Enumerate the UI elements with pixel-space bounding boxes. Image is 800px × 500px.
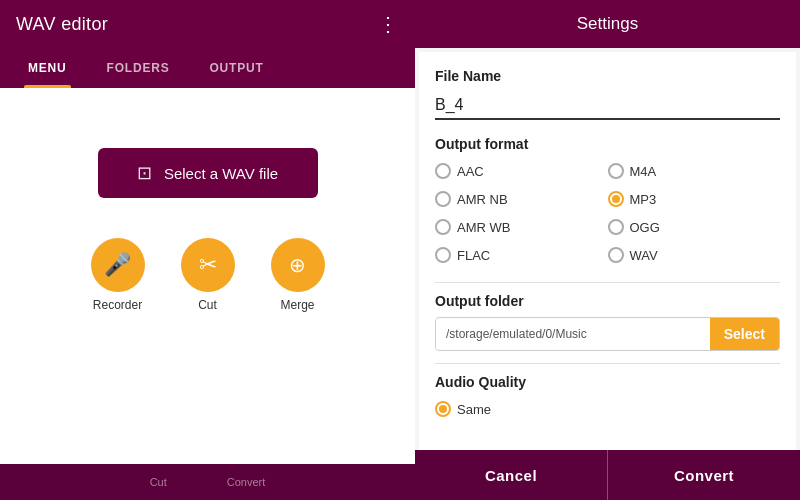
output-format-label: Output format [435, 136, 780, 152]
format-flac[interactable]: FLAC [435, 244, 608, 266]
recorder-label: Recorder [93, 298, 142, 312]
settings-footer: Cancel Convert [415, 450, 800, 500]
quality-same[interactable]: Same [435, 398, 780, 420]
merge-button[interactable]: ⊕ [271, 238, 325, 292]
cancel-button[interactable]: Cancel [415, 450, 608, 500]
format-amr-wb-label: AMR WB [457, 220, 510, 235]
format-aac-label: AAC [457, 164, 484, 179]
folder-path-input[interactable] [436, 319, 706, 349]
format-grid: AAC M4A AMR NB MP3 AMR WB [435, 160, 780, 266]
recorder-button[interactable]: 🎤 [91, 238, 145, 292]
folder-row: Select [435, 317, 780, 351]
tab-menu[interactable]: MENU [8, 48, 87, 88]
format-section: Output format AAC M4A AMR NB [435, 136, 780, 266]
tab-menu-label: MENU [28, 61, 67, 75]
hint-cut: Cut [150, 476, 167, 488]
select-wav-label: Select a WAV file [164, 165, 278, 182]
merge-icon: ⊕ [289, 253, 306, 277]
merge-label: Merge [280, 298, 314, 312]
format-amr-nb[interactable]: AMR NB [435, 188, 608, 210]
more-icon[interactable]: ⋮ [378, 12, 399, 36]
cut-icon: ✂ [199, 252, 217, 278]
radio-amr-nb[interactable] [435, 191, 451, 207]
cut-label: Cut [198, 298, 217, 312]
format-ogg-label: OGG [630, 220, 660, 235]
radio-m4a[interactable] [608, 163, 624, 179]
folder-section: Output folder Select [435, 293, 780, 351]
settings-body: File Name Output format AAC M4A AMR NB [419, 52, 796, 450]
tab-folders-label: FOLDERS [107, 61, 170, 75]
tab-output[interactable]: OUTPUT [189, 48, 283, 88]
radio-flac[interactable] [435, 247, 451, 263]
format-mp3[interactable]: MP3 [608, 188, 781, 210]
format-flac-label: FLAC [457, 248, 490, 263]
select-wav-button[interactable]: ⊡ Select a WAV file [98, 148, 318, 198]
recorder-item[interactable]: 🎤 Recorder [91, 238, 145, 312]
radio-wav[interactable] [608, 247, 624, 263]
quality-same-label: Same [457, 402, 491, 417]
format-amr-wb[interactable]: AMR WB [435, 216, 608, 238]
app-title: WAV editor [16, 14, 108, 35]
left-panel: WAV editor ⋮ MENU FOLDERS OUTPUT ⊡ Selec… [0, 0, 415, 500]
radio-aac[interactable] [435, 163, 451, 179]
format-aac[interactable]: AAC [435, 160, 608, 182]
audio-quality-section: Audio Quality Same [435, 374, 780, 420]
file-name-label: File Name [435, 68, 780, 84]
format-amr-nb-label: AMR NB [457, 192, 508, 207]
output-folder-label: Output folder [435, 293, 780, 309]
format-wav-label: WAV [630, 248, 658, 263]
tabs-bar: MENU FOLDERS OUTPUT [0, 48, 415, 88]
radio-amr-wb[interactable] [435, 219, 451, 235]
format-wav[interactable]: WAV [608, 244, 781, 266]
radio-ogg[interactable] [608, 219, 624, 235]
merge-item[interactable]: ⊕ Merge [271, 238, 325, 312]
convert-button[interactable]: Convert [608, 450, 800, 500]
select-wav-icon: ⊡ [137, 162, 152, 184]
radio-same[interactable] [435, 401, 451, 417]
hint-convert: Convert [227, 476, 266, 488]
divider-1 [435, 282, 780, 283]
folder-select-button[interactable]: Select [710, 318, 779, 350]
format-ogg[interactable]: OGG [608, 216, 781, 238]
settings-header: Settings [415, 0, 800, 48]
audio-quality-label: Audio Quality [435, 374, 780, 390]
format-mp3-label: MP3 [630, 192, 657, 207]
right-panel: Settings File Name Output format AAC M4A [415, 0, 800, 500]
recorder-icon: 🎤 [104, 252, 131, 278]
format-m4a[interactable]: M4A [608, 160, 781, 182]
cut-item[interactable]: ✂ Cut [181, 238, 235, 312]
radio-mp3[interactable] [608, 191, 624, 207]
format-m4a-label: M4A [630, 164, 657, 179]
bottom-icons-row: 🎤 Recorder ✂ Cut ⊕ Merge [91, 238, 325, 312]
left-content: ⊡ Select a WAV file 🎤 Recorder ✂ Cut ⊕ [0, 88, 415, 500]
file-name-input[interactable] [435, 92, 780, 120]
divider-2 [435, 363, 780, 364]
bottom-bar-hint: Cut Convert [0, 464, 415, 500]
tab-output-label: OUTPUT [209, 61, 263, 75]
settings-title: Settings [577, 14, 638, 34]
app-bar: WAV editor ⋮ [0, 0, 415, 48]
cut-button[interactable]: ✂ [181, 238, 235, 292]
tab-folders[interactable]: FOLDERS [87, 48, 190, 88]
